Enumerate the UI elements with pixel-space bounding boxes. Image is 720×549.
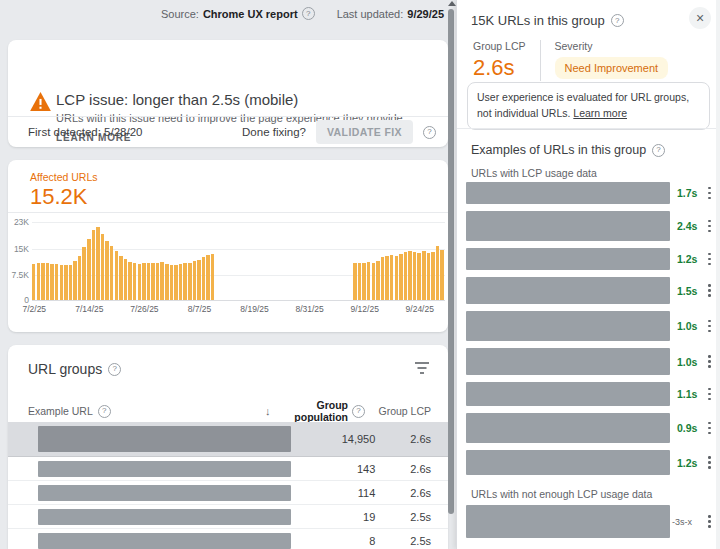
- group-population-value: 8: [291, 535, 375, 547]
- column-example-url[interactable]: Example URL ?: [8, 405, 265, 418]
- chart-bar: [211, 254, 214, 300]
- examples-title-text: Examples of URLs in this group: [471, 143, 646, 157]
- more-menu-icon[interactable]: [706, 420, 713, 437]
- chart-bar: [399, 254, 402, 300]
- chart-bar: [385, 256, 388, 300]
- more-menu-icon[interactable]: [706, 454, 713, 471]
- gridline: [32, 300, 445, 301]
- url-lcp-value: 1.1s: [677, 388, 705, 400]
- redacted-url: [38, 461, 291, 477]
- x-axis-tick: 9/12/25: [351, 304, 379, 314]
- scroll-up-icon[interactable]: [448, 1, 456, 6]
- url-lcp-value: 1.0s: [677, 320, 705, 332]
- warning-icon: [30, 92, 51, 115]
- chart-bar: [73, 261, 76, 300]
- panel-scrollbar-track[interactable]: [716, 0, 720, 549]
- chart-bar: [422, 251, 425, 300]
- chart-bar: [160, 262, 163, 300]
- chart-bar: [105, 241, 108, 300]
- vertical-scrollbar[interactable]: [447, 0, 456, 549]
- affected-urls-tab[interactable]: Affected URLs: [30, 171, 98, 183]
- url-lcp-value: 1.0s: [677, 356, 705, 368]
- filter-icon[interactable]: [414, 361, 432, 377]
- help-icon[interactable]: ?: [302, 7, 315, 20]
- table-row[interactable]: 14,9502.6s: [8, 422, 448, 457]
- chart-bar: [124, 259, 127, 300]
- redacted-url: [466, 505, 670, 538]
- group-lcp-value: 2.6s: [375, 487, 448, 499]
- more-menu-icon[interactable]: [706, 353, 713, 370]
- chart-bar: [128, 262, 131, 300]
- chart-bar: [101, 234, 104, 300]
- chart-bar: [110, 246, 113, 300]
- redacted-url: [466, 450, 670, 475]
- chart-bar: [64, 265, 67, 300]
- chart-bar: [41, 263, 44, 300]
- help-icon[interactable]: ?: [98, 405, 111, 418]
- redacted-url: [466, 277, 670, 304]
- column-group-lcp[interactable]: Group LCP: [365, 405, 448, 417]
- chart-bar: [32, 264, 35, 300]
- x-axis-tick: 7/26/25: [130, 304, 158, 314]
- examples-title: Examples of URLs in this group ?: [471, 143, 665, 157]
- help-icon[interactable]: ?: [652, 144, 665, 157]
- redacted-url: [38, 509, 291, 525]
- chart-bar: [417, 253, 420, 300]
- chart-bar: [413, 252, 416, 300]
- url-lcp-value: 2.4s: [677, 220, 705, 232]
- chart-bar: [183, 263, 186, 300]
- chart-bar: [142, 263, 145, 300]
- url-groups-card: URL groups ? Example URL ? ↓ Group popul…: [8, 345, 448, 549]
- urls-without-data-label: URLs with not enough LCP usage data: [471, 488, 716, 500]
- table-row[interactable]: 1432.6s: [8, 457, 448, 481]
- help-icon[interactable]: ?: [352, 405, 365, 418]
- info-box: User experience is evaluated for URL gro…: [467, 82, 710, 130]
- url-groups-title-text: URL groups: [28, 361, 102, 377]
- group-lcp-label: Group LCP: [473, 40, 526, 52]
- more-menu-icon[interactable]: [706, 282, 713, 299]
- chart-bar: [60, 265, 63, 300]
- more-menu-icon[interactable]: [706, 318, 713, 335]
- more-menu-icon[interactable]: [706, 218, 713, 235]
- more-menu-icon[interactable]: [706, 185, 713, 202]
- url-lcp-value: 1.5s: [677, 285, 705, 297]
- x-axis-tick: 7/2/25: [22, 304, 46, 314]
- fix-row: Done fixing? VALIDATE FIX ?: [242, 120, 436, 144]
- redacted-url: [38, 485, 291, 501]
- help-icon[interactable]: ?: [611, 14, 624, 27]
- learn-more-link[interactable]: Learn more: [573, 107, 627, 119]
- more-menu-icon[interactable]: [706, 251, 713, 268]
- chart-bar: [133, 263, 136, 300]
- chart-bar: [46, 263, 49, 300]
- table-row[interactable]: 192.5s: [8, 505, 448, 529]
- panel-title-text: 15K URLs in this group: [471, 13, 605, 28]
- more-menu-icon[interactable]: [706, 513, 713, 530]
- url-groups-title: URL groups ?: [28, 361, 121, 377]
- x-axis-tick: 7/14/25: [75, 304, 103, 314]
- chart-bar: [156, 263, 159, 300]
- close-icon[interactable]: ×: [689, 7, 711, 29]
- chart-plot[interactable]: 23K15K7.5K07/2/257/14/257/26/258/7/258/1…: [32, 222, 445, 300]
- table-row[interactable]: 1142.6s: [8, 481, 448, 505]
- url-example-row: 1.0s: [466, 348, 716, 375]
- group-population-value: 19: [291, 511, 375, 523]
- url-example-row: 1.1s: [466, 382, 716, 406]
- table-row[interactable]: 82.5s: [8, 529, 448, 549]
- group-metrics: Group LCP 2.6s Severity Need Improvement: [473, 40, 668, 81]
- chart-bar: [431, 252, 434, 300]
- help-icon[interactable]: ?: [423, 126, 436, 139]
- x-axis-tick: 9/24/25: [406, 304, 434, 314]
- chart-bar: [376, 261, 379, 300]
- column-group-population[interactable]: ↓ Group population ?: [265, 399, 365, 423]
- source-label: Source:: [161, 8, 199, 20]
- help-icon[interactable]: ?: [108, 363, 121, 376]
- validate-fix-button[interactable]: VALIDATE FIX: [316, 120, 413, 144]
- more-menu-icon[interactable]: [706, 386, 713, 403]
- source-link[interactable]: Chrome UX report: [203, 8, 298, 20]
- chart-card: Affected URLs 15.2K 23K15K7.5K07/2/257/1…: [8, 160, 448, 332]
- url-group-detail-panel: 15K URLs in this group ? × Group LCP 2.6…: [456, 0, 720, 549]
- chart-bar: [96, 227, 99, 300]
- url-lcp-value: 1.2s: [677, 457, 705, 469]
- chart-bar: [193, 261, 196, 300]
- scrollbar-thumb[interactable]: [448, 9, 454, 514]
